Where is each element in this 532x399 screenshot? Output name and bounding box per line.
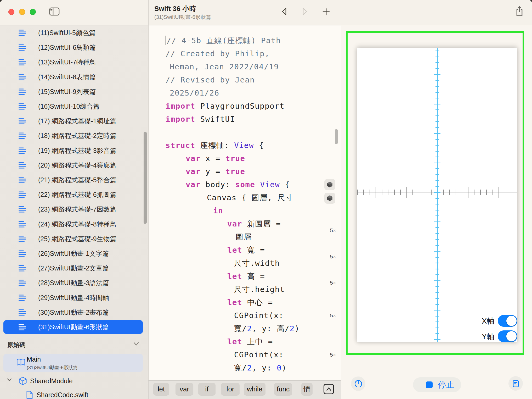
sidebar-item[interactable]: (19) 網路程式基礎-3影音篇 (0, 143, 148, 158)
code-line[interactable]: var body: some View { (186, 178, 290, 191)
code-line[interactable]: var x = true (186, 152, 245, 165)
x-axis-tick (499, 187, 499, 198)
inline-result-cube-button[interactable] (324, 179, 335, 190)
minimize-button[interactable] (19, 9, 25, 15)
code-line[interactable]: 寬/2, y: 0) (234, 361, 287, 374)
sidebar-item[interactable]: (17) 網路程式基礎-1網址篇 (0, 114, 148, 128)
toggle-knob (506, 331, 517, 341)
sidebar-toggle-button[interactable] (49, 7, 60, 16)
y-axis-toggle[interactable] (498, 330, 517, 342)
code-line[interactable]: // Revised by Jean (166, 73, 255, 86)
sidebar-item[interactable]: (18) 網路程式基礎-2定時篇 (0, 129, 148, 143)
sidebar-item[interactable]: (30)SwiftUI動畫-2畫布篇 (0, 305, 148, 319)
sidebar-item-sharedmodule[interactable]: SharedModule (30, 377, 73, 385)
page-list-icon (19, 250, 26, 257)
editor-scrollbar[interactable] (335, 129, 338, 144)
repeat-count-badge[interactable]: 5× (323, 253, 336, 261)
code-line[interactable]: 尺寸.height (234, 283, 285, 296)
inline-result-cube-button[interactable] (324, 193, 335, 204)
sidebar-item[interactable]: (20) 網路程式基礎-4藝廊篇 (0, 158, 148, 172)
main-item-subtitle: (31)SwiftUI動畫-6形狀篇 (27, 364, 78, 371)
code-line[interactable]: import SwiftUI (166, 113, 235, 126)
code-line[interactable]: // 4-5b 直線(座標軸) Path (166, 34, 281, 47)
stop-button[interactable]: 停止 (413, 377, 461, 392)
code-line[interactable]: in (213, 204, 223, 217)
sidebar-item[interactable]: (12)SwiftUI-6鳥類篇 (0, 40, 148, 54)
back-button[interactable] (280, 7, 288, 16)
code-line[interactable]: 2025/01/26 (170, 86, 219, 99)
sidebar-item[interactable]: (22) 網路程式基礎-6抓圖篇 (0, 187, 148, 202)
code-line[interactable]: let 中心 = (227, 296, 273, 309)
forward-button[interactable] (301, 7, 309, 16)
keyword-key-func[interactable]: func (274, 383, 292, 395)
x-axis-tick (505, 190, 505, 195)
keyword-key-let[interactable]: let (153, 383, 169, 395)
chevron-down-icon[interactable] (133, 342, 139, 347)
code-line[interactable]: 圖層 (236, 230, 252, 243)
code-line[interactable]: let 上中 = (227, 335, 273, 348)
sidebar-item[interactable]: (24) 網路程式基礎-8特種鳥 (0, 217, 148, 231)
back-icon (280, 7, 288, 16)
zoom-button[interactable] (30, 9, 36, 15)
sidebar-item-sharedcode[interactable]: SharedCode.swift (37, 391, 88, 399)
repeat-count-badge[interactable]: 5× (323, 351, 336, 359)
sidebar-item[interactable]: (11)SwiftUI-5顏色篇 (0, 26, 148, 40)
repeat-count-badge[interactable]: 5× (323, 226, 336, 234)
sidebar-item[interactable]: (27)SwiftUI動畫-2文章篇 (0, 261, 148, 275)
code-line[interactable]: var 新圖層 = (227, 217, 281, 230)
keyword-key-if[interactable]: if (198, 383, 216, 395)
keyword-key-var[interactable]: var (176, 383, 193, 395)
toggle-knob (506, 316, 517, 326)
code-line[interactable]: let 寬 = (227, 243, 265, 257)
x-axis-tick (388, 190, 388, 195)
keyword-key-for[interactable]: for (221, 383, 240, 395)
sidebar-item[interactable]: (23) 網路程式基礎-7因數篇 (0, 202, 148, 216)
x-axis-tick (462, 190, 462, 195)
code-line[interactable]: CGPoint(x: (234, 348, 284, 361)
code-line[interactable]: import PlaygroundSupport (166, 99, 285, 113)
sidebar-item[interactable]: (29)SwiftUI動畫-4時間軸 (0, 291, 148, 305)
code-line[interactable]: // Created by Philip, (166, 47, 270, 60)
code-line[interactable]: Heman, Jean 2022/04/19 (170, 60, 279, 73)
keyword-key-情[interactable]: 情 (301, 383, 313, 395)
sidebar-item[interactable]: (13)SwiftUI-7特種鳥 (0, 55, 148, 69)
sidebar-item[interactable]: (15)SwiftUI-9列表篇 (0, 85, 148, 99)
code-line[interactable]: Canvas { 圖層, 尺寸 (207, 191, 293, 204)
code-line[interactable]: 寬/2, y: 高/2) (234, 322, 300, 335)
code-line[interactable]: 尺寸.width (234, 257, 280, 270)
repeat-count-badge[interactable]: 5× (323, 312, 336, 319)
gauge-button[interactable] (351, 376, 365, 391)
sidebar-item[interactable]: (16)SwiftUI-10綜合篇 (0, 99, 148, 113)
sidebar-item[interactable]: (14)SwiftUI-8表情篇 (0, 70, 148, 84)
code-line[interactable]: struct 座標軸: View { (166, 139, 264, 152)
sidebar-scrollbar[interactable] (144, 132, 147, 224)
activity-log-button[interactable] (508, 376, 523, 391)
x-axis-tick (376, 187, 376, 198)
forward-icon (301, 7, 309, 16)
cube-icon (326, 181, 333, 188)
sidebar-icon (49, 7, 60, 16)
chevron-down-icon[interactable] (7, 378, 12, 383)
x-axis-toggle[interactable] (498, 315, 517, 327)
page-list-icon (19, 191, 26, 198)
toolbar (0, 0, 532, 25)
sidebar-item[interactable]: (25) 網路程式基礎-9生物篇 (0, 232, 148, 246)
close-button[interactable] (8, 9, 14, 15)
editor-preview-divider[interactable] (341, 0, 341, 399)
shortcuts-toggle-button[interactable] (324, 384, 334, 394)
sidebar-item[interactable]: (31)SwiftUI動畫-6形狀篇 (0, 320, 148, 334)
add-page-button[interactable] (322, 7, 331, 17)
code-line[interactable]: var y = true (186, 165, 245, 178)
keyword-key-while[interactable]: while (244, 383, 265, 395)
code-line[interactable]: let 高 = (227, 270, 265, 283)
sidebar-item[interactable]: (21) 網路程式基礎-5整合篇 (0, 173, 148, 187)
code-line[interactable]: CGPoint(x: (234, 309, 284, 322)
stop-label: 停止 (438, 377, 454, 392)
page-list-icon (19, 206, 26, 213)
sidebar-item[interactable]: (28)SwiftUI動畫-3語法篇 (0, 276, 148, 290)
sidebar-item[interactable]: (26)SwiftUI動畫-1文字篇 (0, 246, 148, 261)
sidebar-editor-divider[interactable] (148, 0, 149, 399)
x-axis-tick (431, 190, 432, 195)
repeat-count-badge[interactable]: 5× (323, 279, 336, 287)
share-button[interactable] (514, 5, 525, 18)
